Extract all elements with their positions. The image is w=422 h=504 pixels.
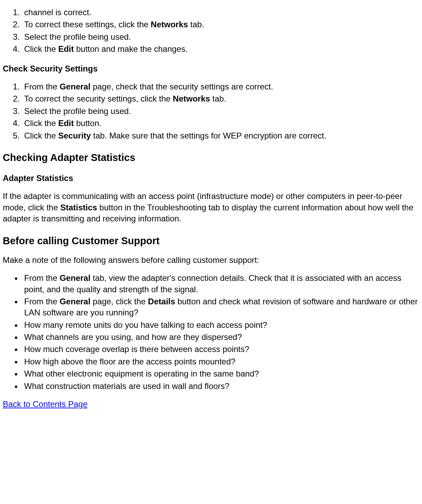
- back-link-paragraph: Back to Contents Page: [3, 399, 419, 410]
- bold-text: Networks: [151, 20, 188, 29]
- bold-text: Edit: [58, 44, 74, 54]
- list-text: How high above the floor are the access …: [24, 357, 235, 366]
- list-item: Click the Security tab. Make sure that t…: [22, 130, 419, 141]
- list-item: How many remote units do you have talkin…: [22, 320, 419, 331]
- list-text: How much coverage overlap is there betwe…: [24, 344, 249, 354]
- list-item: Select the profile being used.: [22, 106, 419, 117]
- bold-text: Security: [58, 131, 91, 140]
- back-to-contents-link[interactable]: Back to Contents Page: [3, 399, 87, 409]
- network-settings-list: channel is correct. To correct these set…: [3, 7, 419, 55]
- list-item: Select the profile being used.: [22, 31, 419, 42]
- list-text: Select the profile being used.: [24, 32, 131, 41]
- list-item: From the General page, click the Details…: [22, 296, 419, 318]
- list-text: Select the profile being used.: [24, 106, 131, 116]
- list-item: To correct the security settings, click …: [22, 93, 419, 104]
- list-text: channel is correct.: [24, 8, 91, 17]
- list-item: channel is correct.: [22, 7, 419, 18]
- list-text: What channels are you using, and how are…: [24, 332, 242, 342]
- list-text: What construction materials are used in …: [24, 381, 229, 391]
- bold-text: Networks: [173, 94, 210, 103]
- list-item: Click the Edit button.: [22, 118, 419, 129]
- list-item: What channels are you using, and how are…: [22, 332, 419, 343]
- bold-text: Details: [148, 297, 175, 306]
- security-settings-list: From the General page, check that the se…: [3, 81, 419, 141]
- list-text: What other electronic equipment is opera…: [24, 369, 259, 378]
- list-item: From the General tab, view the adapter's…: [22, 273, 419, 295]
- list-item: What construction materials are used in …: [22, 381, 419, 392]
- checking-adapter-statistics-heading: Checking Adapter Statistics: [3, 151, 419, 164]
- list-item: How much coverage overlap is there betwe…: [22, 344, 419, 355]
- list-text: How many remote units do you have talkin…: [24, 320, 267, 330]
- bold-text: General: [60, 297, 90, 306]
- support-questions-list: From the General tab, view the adapter's…: [3, 273, 419, 392]
- list-item: From the General page, check that the se…: [22, 81, 419, 92]
- adapter-statistics-paragraph: If the adapter is communicating with an …: [3, 191, 419, 224]
- list-item: What other electronic equipment is opera…: [22, 368, 419, 379]
- bold-text: Edit: [58, 118, 74, 128]
- adapter-statistics-heading: Adapter Statistics: [3, 173, 419, 184]
- bold-text: General: [60, 82, 90, 91]
- support-intro-paragraph: Make a note of the following answers bef…: [3, 255, 419, 266]
- check-security-heading: Check Security Settings: [3, 63, 419, 74]
- list-item: To correct these settings, click the Net…: [22, 19, 419, 30]
- before-calling-support-heading: Before calling Customer Support: [3, 234, 419, 248]
- bold-text: Statistics: [60, 203, 97, 212]
- list-item: Click the Edit button and make the chang…: [22, 44, 419, 55]
- list-item: How high above the floor are the access …: [22, 356, 419, 367]
- bold-text: General: [60, 273, 90, 283]
